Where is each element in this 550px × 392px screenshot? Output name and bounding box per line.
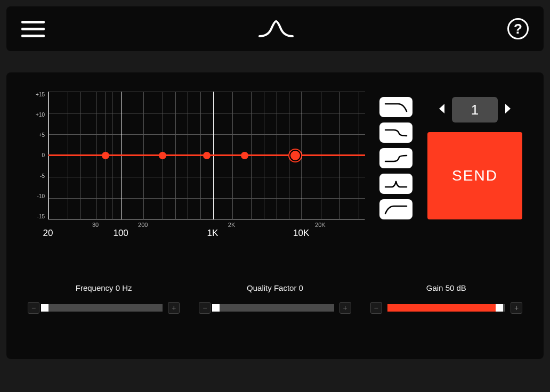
eq-graph-wrap: +15 +10 +5 0 -5 -10 -15 201001K10K302002… [28, 92, 365, 246]
y-tick: 0 [28, 152, 45, 158]
preset-next-button[interactable] [503, 103, 513, 117]
quality-label: Quality Factor 0 [199, 283, 351, 292]
preset-value: 1 [471, 102, 479, 118]
gain-slider-group: Gain 50 dB − + [370, 283, 522, 314]
filter-highshelf-button[interactable] [379, 148, 412, 168]
x-axis-label: 2K [228, 222, 235, 228]
header-bar: ? [6, 6, 544, 51]
filter-peak-button[interactable] [379, 174, 412, 194]
frequency-slider-group: Frequency 0 Hz − + [28, 283, 180, 314]
frequency-increment-button[interactable]: + [168, 302, 180, 314]
x-axis-label: 1K [207, 228, 218, 239]
quality-slider[interactable] [216, 304, 334, 312]
x-axis-label: 20K [315, 222, 326, 228]
x-axis-label: 30 [92, 222, 99, 228]
eq-node[interactable] [203, 152, 211, 159]
y-tick: -5 [28, 173, 45, 179]
eq-graph[interactable] [48, 92, 365, 219]
eq-node[interactable] [289, 150, 301, 161]
x-axis-label: 200 [138, 222, 148, 228]
send-label: SEND [452, 167, 498, 184]
x-axis-label: 10K [293, 228, 309, 239]
right-column: 1 SEND [427, 92, 522, 246]
preset-value-box[interactable]: 1 [452, 97, 498, 123]
frequency-label: Frequency 0 Hz [28, 283, 180, 292]
upper-row: +15 +10 +5 0 -5 -10 -15 201001K10K302002… [28, 92, 522, 246]
gain-slider[interactable] [387, 304, 505, 312]
quality-decrement-button[interactable]: − [199, 302, 211, 314]
y-tick: -10 [28, 193, 45, 199]
main-panel: +15 +10 +5 0 -5 -10 -15 201001K10K302002… [6, 72, 544, 359]
help-label: ? [514, 21, 522, 37]
help-icon[interactable]: ? [507, 18, 529, 39]
filter-lowshelf-button[interactable] [379, 123, 412, 143]
x-axis-label: 20 [43, 228, 53, 239]
frequency-decrement-button[interactable]: − [28, 302, 39, 314]
y-tick: +5 [28, 132, 45, 138]
send-button[interactable]: SEND [427, 132, 522, 219]
sliders-row: Frequency 0 Hz − + Quality Factor 0 − [28, 283, 522, 314]
quality-slider-group: Quality Factor 0 − + [199, 283, 351, 314]
y-tick: +10 [28, 112, 45, 118]
gain-label: Gain 50 dB [370, 283, 522, 292]
gain-decrement-button[interactable]: − [370, 302, 382, 314]
app-root: ? +15 +10 +5 0 -5 -10 -15 201001K10K3020… [0, 0, 550, 392]
gain-increment-button[interactable]: + [511, 302, 522, 314]
x-axis-label: 100 [113, 228, 128, 239]
filter-highpass-button[interactable] [379, 199, 412, 219]
y-tick: +15 [28, 92, 45, 97]
eq-node[interactable] [102, 152, 109, 159]
menu-icon[interactable] [21, 18, 45, 39]
y-tick: -15 [28, 214, 45, 219]
eq-node[interactable] [159, 152, 166, 159]
logo-peak-icon [257, 18, 295, 39]
preset-prev-button[interactable] [437, 103, 447, 117]
eq-node[interactable] [241, 152, 248, 159]
preset-stepper: 1 [427, 97, 522, 123]
quality-increment-button[interactable]: + [339, 302, 351, 314]
filter-type-column [379, 92, 412, 246]
frequency-slider[interactable] [45, 304, 163, 312]
filter-lowpass-button[interactable] [379, 97, 412, 117]
x-axis: 201001K10K302002K20K [48, 222, 365, 241]
y-axis: +15 +10 +5 0 -5 -10 -15 [28, 92, 47, 219]
